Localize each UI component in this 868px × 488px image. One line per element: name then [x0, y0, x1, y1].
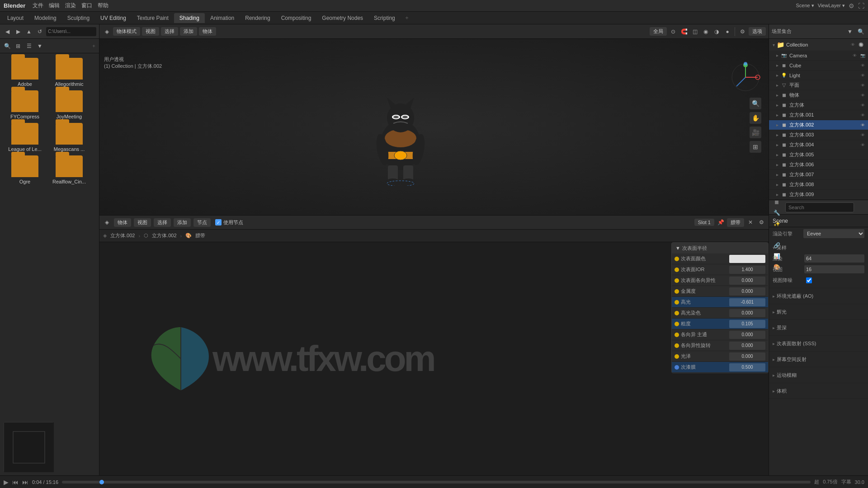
outliner-item-cube003[interactable]: ▸ ◼ 立方体.003 👁: [769, 130, 868, 140]
menu-file[interactable]: 文件: [33, 2, 43, 9]
grid-icon[interactable]: ⊞: [750, 141, 761, 153]
sheen-row[interactable]: 光泽 0.000: [672, 351, 768, 362]
view-btn[interactable]: 视图: [134, 218, 151, 227]
list-item[interactable]: Ogre: [5, 155, 45, 184]
metalness-row[interactable]: 金属度 0.000: [672, 286, 768, 297]
shading-material-icon[interactable]: ◑: [712, 27, 721, 36]
add-workspace-btn[interactable]: ＋: [404, 14, 410, 22]
list-item[interactable]: League of Le...: [5, 123, 45, 152]
viewport-area[interactable]: 用户透视 (1) Collection | 立方体.002: [99, 39, 769, 215]
overlays-btn[interactable]: 选项: [749, 27, 766, 36]
node-btn[interactable]: 节点: [193, 218, 211, 227]
aniso-main-value[interactable]: 0.000: [729, 331, 765, 339]
highlight-value[interactable]: -0.601: [729, 298, 765, 306]
camera-icon[interactable]: 🎥: [750, 127, 761, 138]
slot-selector[interactable]: Slot 1: [694, 219, 714, 226]
subsurface-aniso-value[interactable]: 0.000: [729, 277, 765, 285]
tab-rendering[interactable]: Rendering: [240, 13, 275, 23]
bloom-header[interactable]: ▸ 辉光: [773, 307, 864, 317]
object-btn[interactable]: 物体: [114, 218, 131, 227]
add-menu-btn[interactable]: 添加: [180, 27, 197, 36]
highlight-row[interactable]: 高光 -0.601: [672, 297, 768, 308]
nav-refresh-btn[interactable]: ↺: [35, 27, 44, 36]
node-canvas[interactable]: www.tfxw.com ▼ 次表面半径 次表面颜色: [99, 242, 769, 475]
tab-texture-paint[interactable]: Texture Paint: [132, 13, 174, 23]
timeline-indicator[interactable]: [99, 480, 104, 484]
skip-end-btn[interactable]: ⏭: [22, 479, 28, 486]
cube2-eye-btn[interactable]: 👁: [859, 122, 866, 129]
subsurface-color-value[interactable]: [729, 255, 765, 263]
scene-selector[interactable]: Scene ▾: [796, 3, 814, 9]
view-menu-btn[interactable]: 视图: [142, 27, 159, 36]
outliner-item-cube008[interactable]: ▸ ◼ 立方体.008: [769, 180, 868, 190]
viewport-mode-icon[interactable]: ◈: [102, 27, 111, 36]
grid-view-btn[interactable]: ⊞: [14, 42, 23, 51]
tab-animation[interactable]: Animation: [205, 13, 240, 23]
outliner-item-立方体[interactable]: ▸ ◼ 立方体 👁: [769, 100, 868, 110]
add-bookmark-btn[interactable]: ＋: [91, 42, 96, 49]
object-menu-btn[interactable]: 物体: [199, 27, 216, 36]
render-engine-select[interactable]: Eevee: [803, 229, 864, 238]
sss-header[interactable]: ▸ 次表面散射 (SSS): [773, 338, 864, 348]
outliner-item-cube002[interactable]: ▸ ◼ 立方体.002 👁: [769, 120, 868, 130]
subsurface-color-row[interactable]: 次表面颜色: [672, 253, 768, 264]
props-object-icon[interactable]: ◼: [772, 200, 782, 207]
nav-forward-btn[interactable]: ▶: [14, 27, 23, 36]
highlight-tint-value[interactable]: 0.000: [729, 309, 765, 317]
move-tool-icon[interactable]: ✋: [750, 112, 761, 124]
node-editor-mode-icon[interactable]: ◈: [102, 218, 111, 227]
tab-shading[interactable]: Shading: [174, 13, 205, 23]
clearcoat-value[interactable]: 0.500: [729, 363, 765, 371]
properties-search-input[interactable]: [785, 202, 854, 212]
outliner-item-plane[interactable]: ▸ ▽ 平面 👁: [769, 80, 868, 90]
plane-eye-btn[interactable]: 👁: [859, 82, 866, 89]
outliner-filter-icon[interactable]: ▼: [845, 27, 854, 36]
view-layer-selector[interactable]: ViewLayer ▾: [818, 3, 845, 9]
ssr-header[interactable]: ▸ 屏幕空间反射: [773, 354, 864, 364]
list-item[interactable]: Megascans ...: [49, 123, 90, 152]
tab-layout[interactable]: Layout: [2, 13, 29, 23]
cube4-eye-btn[interactable]: 👁: [859, 141, 866, 149]
aniso-rot-value[interactable]: 0.000: [729, 342, 765, 350]
cube-eye-btn[interactable]: 👁: [859, 62, 866, 69]
tab-compositing[interactable]: Compositing: [276, 13, 317, 23]
search-tool-icon[interactable]: 🔍: [750, 98, 761, 109]
timeline-bar[interactable]: [62, 481, 811, 483]
depth-header[interactable]: ▸ 景深: [773, 323, 864, 333]
subsurface-ior-value[interactable]: 1.400: [729, 266, 765, 274]
metalness-value[interactable]: 0.000: [729, 287, 765, 296]
outliner-item-cube007[interactable]: ▸ ◼ 立方体.007: [769, 170, 868, 180]
scene-collection-header[interactable]: ▾ 📁 Collection 👁 🔘: [769, 39, 868, 51]
node-settings-icon[interactable]: ⚙: [757, 218, 766, 227]
menu-edit[interactable]: 编辑: [49, 2, 60, 9]
cube1-eye-btn[interactable]: 👁: [859, 112, 866, 119]
snap-icon[interactable]: 🧲: [679, 27, 689, 36]
cube0-eye-btn[interactable]: 👁: [859, 102, 866, 109]
list-view-btn[interactable]: ☰: [24, 42, 33, 51]
list-item[interactable]: Adobe: [5, 58, 45, 87]
viewport-gizmo[interactable]: [730, 61, 761, 93]
filter-btn[interactable]: ▼: [35, 42, 44, 51]
proportional-edit-icon[interactable]: ⊙: [669, 27, 678, 36]
sampling-header[interactable]: ▾ 采样: [773, 243, 864, 253]
path-bar[interactable]: C:\Users\...: [46, 27, 96, 36]
subsurface-ior-row[interactable]: 次表面IOR 1.400: [672, 264, 768, 275]
skip-start-btn[interactable]: ⏮: [12, 479, 19, 486]
denoising-checkbox[interactable]: [806, 277, 812, 283]
nav-up-btn[interactable]: ▲: [24, 27, 33, 36]
select-menu-btn[interactable]: 选择: [161, 27, 178, 36]
camera-render-btn[interactable]: 📷: [859, 52, 866, 59]
denoising-row[interactable]: 视图降噪: [773, 275, 864, 285]
collection-eye-icon[interactable]: 👁: [849, 41, 856, 48]
outliner-item-camera[interactable]: ▸ 📷 Camera 👁 📷: [769, 51, 868, 61]
collection-hide-icon[interactable]: 🔘: [857, 41, 864, 48]
highlight-tint-row[interactable]: 高光染色 0.000: [672, 308, 768, 319]
menu-render[interactable]: 渲染: [65, 2, 76, 9]
viewport-shading-options[interactable]: ⚙: [738, 27, 747, 36]
global-btn[interactable]: 全局: [650, 27, 667, 36]
use-nodes-checkbox[interactable]: ✓: [215, 219, 222, 225]
outliner-item-cube[interactable]: ▸ ◼ Cube 👁: [769, 61, 868, 70]
shading-wire-icon[interactable]: ◫: [690, 27, 699, 36]
obj-eye-btn[interactable]: 👁: [859, 92, 866, 99]
outliner-search-icon[interactable]: 🔍: [856, 27, 865, 36]
